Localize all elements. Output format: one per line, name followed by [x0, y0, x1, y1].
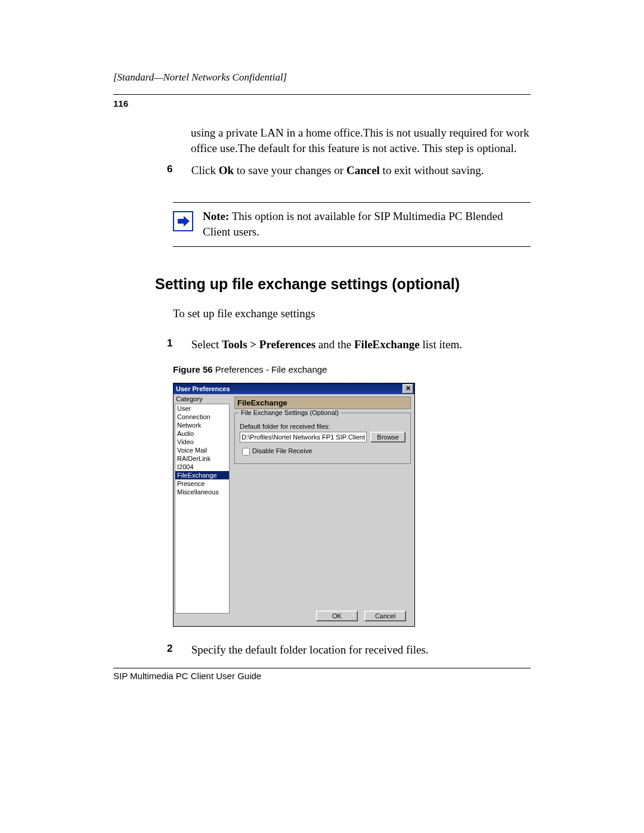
category-item[interactable]: Voice Mail [175, 446, 229, 454]
category-item[interactable]: FileExchange [175, 471, 229, 479]
category-item[interactable]: Presence [175, 479, 229, 488]
text-fragment: and the [315, 338, 354, 351]
browse-button[interactable]: Browse [370, 432, 405, 442]
dialog-title: User Preferences [176, 383, 230, 394]
section-heading: Setting up file exchange settings (optio… [155, 275, 531, 293]
step-2: 2 Specify the default folder location fo… [167, 642, 531, 658]
bold-cancel: Cancel [346, 164, 380, 176]
note-box: Note: This option is not available for S… [173, 202, 531, 247]
continued-paragraph: using a private LAN in a home office.Thi… [191, 125, 531, 156]
step-text: Click Ok to save your changes or Cancel … [191, 163, 525, 178]
step-number: 1 [167, 337, 188, 351]
folder-path-input[interactable] [240, 432, 367, 442]
cancel-button[interactable]: Cancel [364, 611, 406, 621]
category-list[interactable]: UserConnectionNetworkAudioVideoVoice Mai… [175, 404, 230, 614]
folder-label: Default folder for received files: [240, 423, 405, 430]
category-item[interactable]: Miscellaneous [175, 488, 229, 496]
category-item[interactable]: Network [175, 421, 229, 429]
text-fragment: to exit without saving. [380, 164, 484, 176]
figure-caption: Figure 56 Preferences - File exchange [173, 364, 531, 374]
panel-title: FileExchange [234, 397, 411, 409]
bold-menu-path: Tools > Preferences [222, 338, 315, 351]
preferences-dialog: User Preferences ✕ Category UserConnecti… [173, 383, 415, 627]
category-label: Category [176, 395, 230, 402]
close-button[interactable]: ✕ [402, 384, 413, 394]
text-fragment: to save your changes or [234, 164, 346, 176]
disable-receive-checkbox[interactable] [242, 448, 250, 456]
footer-guide-title: SIP Multimedia PC Client User Guide [113, 671, 531, 681]
step-number: 6 [167, 163, 188, 176]
category-item[interactable]: RAIDerLink [175, 454, 229, 463]
category-item[interactable]: User [175, 404, 229, 413]
page-number: 116 [113, 98, 531, 109]
checkbox-label: Disable File Receive [252, 447, 312, 454]
confidential-header: [Standard—Nortel Networks Confidential] [113, 72, 531, 83]
figure-title: Preferences - File exchange [213, 364, 327, 374]
category-item[interactable]: I2004 [175, 463, 229, 471]
footer-rule [113, 668, 531, 668]
text-fragment: Select [191, 338, 222, 351]
bold-item: FileExchange [354, 338, 420, 351]
text-fragment: list item. [420, 338, 462, 351]
figure-label: Figure 56 [173, 364, 213, 374]
lead-paragraph: To set up file exchange settings [173, 307, 531, 320]
step-6: 6 Click Ok to save your changes or Cance… [167, 163, 531, 178]
step-text: Specify the default folder location for … [191, 642, 525, 658]
ok-button[interactable]: OK [316, 611, 358, 621]
header-rule [113, 94, 531, 95]
disable-receive-option[interactable]: Disable File Receive [240, 447, 312, 454]
note-text: Note: This option is not available for S… [203, 209, 525, 239]
step-number: 2 [167, 642, 188, 656]
note-label: Note: [203, 210, 229, 222]
bold-ok: Ok [219, 164, 234, 176]
dialog-titlebar: User Preferences ✕ [174, 383, 414, 394]
category-item[interactable]: Connection [175, 413, 229, 421]
step-1: 1 Select Tools > Preferences and the Fil… [167, 337, 531, 352]
text-fragment: Click [191, 164, 219, 176]
category-item[interactable]: Video [175, 438, 229, 446]
step-text: Select Tools > Preferences and the FileE… [191, 337, 525, 352]
settings-groupbox: File Exchange Settings (Optional) Defaul… [234, 413, 411, 464]
svg-marker-0 [178, 216, 190, 227]
groupbox-legend: File Exchange Settings (Optional) [239, 409, 341, 416]
arrow-right-icon [173, 211, 193, 231]
category-item[interactable]: Audio [175, 429, 229, 438]
note-body: This option is not available for SIP Mul… [203, 210, 503, 238]
